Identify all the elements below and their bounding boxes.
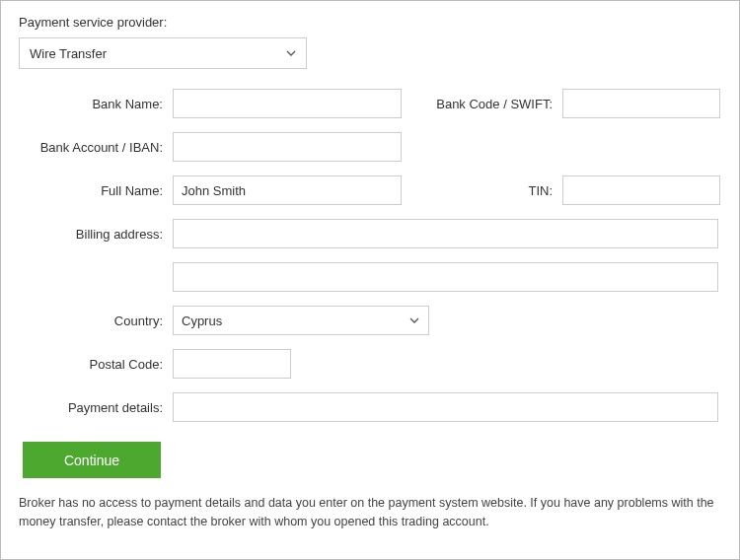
chevron-down-icon: [409, 317, 419, 323]
bank-name-input[interactable]: [173, 89, 402, 118]
iban-label: Bank Account / IBAN:: [19, 140, 173, 155]
full-name-label: Full Name:: [19, 183, 173, 198]
provider-select[interactable]: Wire Transfer: [19, 37, 307, 69]
bank-code-label: Bank Code / SWIFT:: [402, 97, 562, 111]
footer-disclaimer: Broker has no access to payment details …: [19, 494, 721, 531]
bank-code-input[interactable]: [562, 89, 720, 118]
payment-details-input[interactable]: [173, 392, 718, 422]
country-select[interactable]: Cyprus: [173, 306, 429, 335]
bank-name-label: Bank Name:: [19, 97, 173, 111]
tin-input[interactable]: [562, 175, 720, 205]
spacer: [19, 262, 173, 292]
tin-label: TIN:: [402, 183, 562, 198]
billing-address-label: Billing address:: [19, 227, 173, 242]
chevron-down-icon: [286, 50, 296, 56]
country-select-value: Cyprus: [182, 314, 222, 328]
billing-address-input-1[interactable]: [173, 219, 718, 248]
full-name-input[interactable]: [173, 175, 402, 205]
continue-button[interactable]: Continue: [23, 442, 161, 478]
withdrawal-form: Payment service provider: Wire Transfer …: [0, 0, 740, 560]
billing-address-input-2[interactable]: [173, 262, 718, 292]
country-label: Country:: [19, 314, 173, 328]
postal-input[interactable]: [173, 349, 291, 379]
postal-label: Postal Code:: [19, 357, 173, 372]
iban-input[interactable]: [173, 132, 402, 162]
provider-select-value: Wire Transfer: [30, 46, 107, 61]
provider-label: Payment service provider:: [19, 15, 721, 30]
payment-details-label: Payment details:: [19, 400, 173, 415]
